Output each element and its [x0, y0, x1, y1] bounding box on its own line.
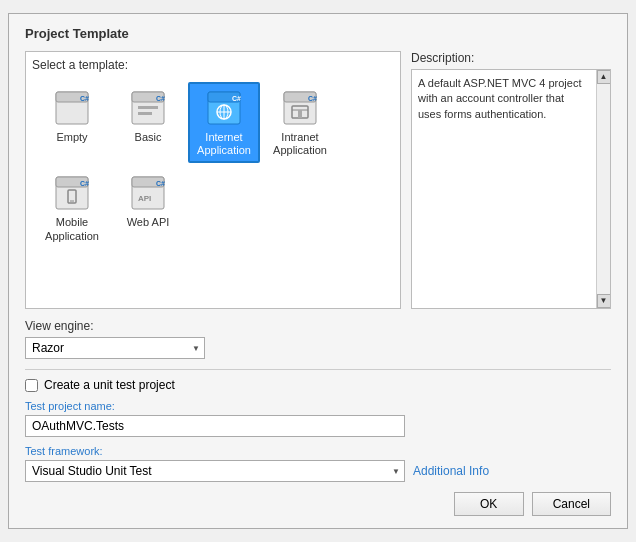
svg-text:C#: C#	[80, 95, 89, 102]
unit-test-label: Create a unit test project	[44, 378, 175, 392]
view-engine-label: View engine:	[25, 319, 611, 333]
test-framework-label: Test framework:	[25, 445, 611, 457]
scroll-up-arrow[interactable]: ▲	[597, 70, 611, 84]
svg-text:C#: C#	[156, 180, 165, 187]
unit-test-checkbox-row: Create a unit test project	[25, 378, 611, 392]
intranet-template-label: Intranet Application	[270, 131, 330, 157]
unit-test-checkbox[interactable]	[25, 379, 38, 392]
scroll-down-arrow[interactable]: ▼	[597, 294, 611, 308]
svg-text:C#: C#	[308, 95, 317, 102]
template-item-mobile[interactable]: C# Mobile Application	[36, 167, 108, 248]
empty-template-icon: C#	[52, 88, 92, 128]
description-text: A default ASP.NET MVC 4 project with an …	[418, 76, 604, 122]
template-item-basic[interactable]: C# Basic	[112, 82, 184, 163]
mobile-template-label: Mobile Application	[42, 216, 102, 242]
additional-info-link[interactable]: Additional Info	[413, 464, 489, 478]
basic-template-label: Basic	[135, 131, 162, 144]
test-project-name-group: Test project name:	[25, 400, 611, 437]
template-item-intranet[interactable]: C# Intranet Application	[264, 82, 336, 163]
top-section: Select a template: C# Empty	[25, 51, 611, 309]
template-area: Select a template: C# Empty	[25, 51, 401, 309]
divider	[25, 369, 611, 370]
view-engine-select[interactable]: Razor ASPX	[25, 337, 205, 359]
template-section-label: Select a template:	[32, 58, 394, 72]
template-item-empty[interactable]: C# Empty	[36, 82, 108, 163]
internet-template-icon: C#	[204, 88, 244, 128]
svg-rect-6	[138, 106, 158, 109]
svg-text:API: API	[138, 194, 151, 203]
intranet-template-icon: C#	[280, 88, 320, 128]
description-label: Description:	[411, 51, 611, 65]
framework-select-wrapper: Visual Studio Unit Test NUnit xUnit	[25, 460, 405, 482]
description-box: A default ASP.NET MVC 4 project with an …	[411, 69, 611, 309]
description-area: Description: A default ASP.NET MVC 4 pro…	[411, 51, 611, 309]
svg-text:C#: C#	[156, 95, 165, 102]
button-row: OK Cancel	[25, 492, 611, 516]
test-framework-select[interactable]: Visual Studio Unit Test NUnit xUnit	[25, 460, 405, 482]
scrollbar: ▲ ▼	[596, 70, 610, 308]
svg-text:C#: C#	[80, 180, 89, 187]
webapi-template-icon: C# API	[128, 173, 168, 213]
svg-text:C#: C#	[232, 95, 241, 102]
internet-template-label: Internet Application	[194, 131, 254, 157]
test-framework-group: Test framework: Visual Studio Unit Test …	[25, 445, 611, 482]
dialog-title: Project Template	[25, 26, 611, 41]
webapi-template-label: Web API	[127, 216, 170, 229]
test-project-name-label: Test project name:	[25, 400, 611, 412]
ok-button[interactable]: OK	[454, 492, 524, 516]
cancel-button[interactable]: Cancel	[532, 492, 611, 516]
basic-template-icon: C#	[128, 88, 168, 128]
svg-rect-7	[138, 112, 152, 115]
bottom-row: Visual Studio Unit Test NUnit xUnit Addi…	[25, 460, 611, 482]
view-engine-section: View engine: Razor ASPX	[25, 319, 611, 359]
empty-template-label: Empty	[56, 131, 87, 144]
svg-rect-20	[298, 110, 302, 118]
test-project-name-input[interactable]	[25, 415, 405, 437]
unit-test-section: Create a unit test project Test project …	[25, 378, 611, 482]
mobile-template-icon: C#	[52, 173, 92, 213]
view-engine-select-wrapper: Razor ASPX	[25, 337, 205, 359]
project-template-dialog: Project Template Select a template: C# E…	[8, 13, 628, 529]
template-item-webapi[interactable]: C# API Web API	[112, 167, 184, 248]
template-item-internet[interactable]: C# Internet Application	[188, 82, 260, 163]
template-grid: C# Empty C#	[32, 78, 394, 253]
